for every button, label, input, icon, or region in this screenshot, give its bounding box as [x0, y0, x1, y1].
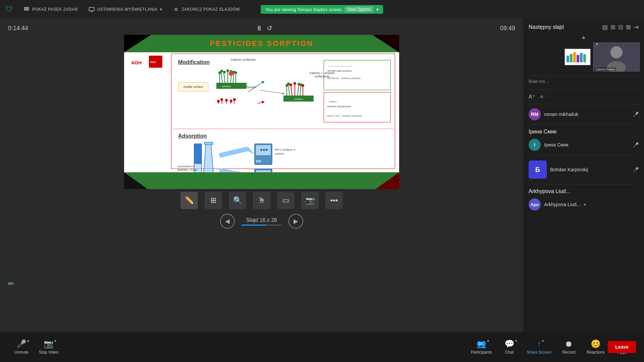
- camera-tool-button[interactable]: 📷: [301, 192, 319, 209]
- svg-line-42: [291, 85, 292, 96]
- svg-text:concentration of: concentration of: [177, 165, 194, 168]
- chat-icon: 💬▲: [504, 339, 515, 349]
- section-iryna: Ірина Смик: [527, 126, 640, 136]
- svg-point-34: [220, 98, 223, 101]
- reactions-button[interactable]: 😊 Reactions: [582, 332, 609, 362]
- top-bar: 🛡 POKAŻ PASEK ZADAŃ USTAWIENIA WYŚWIETLA…: [0, 0, 644, 19]
- reset-button[interactable]: ↺: [267, 24, 272, 32]
- slide-collapse-arrow[interactable]: ▲: [523, 34, 644, 41]
- monitor-icon: [89, 6, 95, 12]
- leave-button[interactable]: Leave: [608, 341, 636, 353]
- collapse-panel-button[interactable]: ⇥: [634, 23, 639, 31]
- right-panel-header: Następny slajd ▤ ⊞ ⊟ ⊠ ⇥: [523, 19, 644, 34]
- participant-mic-bohdan: 🎤: [633, 167, 639, 172]
- font-decrease-button[interactable]: A⁻: [540, 95, 545, 99]
- pen-tool-button[interactable]: ✏️: [180, 192, 198, 209]
- display-settings-button[interactable]: USTAWIENIA WYŚWIETLANIA ▾: [89, 6, 162, 12]
- participant-name-bohdan: Bohdan Karpinskij: [550, 167, 588, 172]
- participant-item[interactable]: RM roman mikhailuk 🎤: [527, 106, 640, 123]
- svg-rect-61: [194, 144, 202, 164]
- svg-line-12: [221, 72, 222, 83]
- stop-video-button[interactable]: 📷▲ Stop Video: [35, 332, 63, 362]
- participant-name-roman: roman mikhailuk: [544, 112, 578, 117]
- chat-button[interactable]: 💬▲ Chat: [496, 332, 523, 362]
- svg-rect-2: [24, 10, 29, 10]
- svg-text:surface: surface: [294, 98, 303, 101]
- grid-tool-button[interactable]: ⊞: [205, 192, 222, 209]
- svg-text:solution: solution: [275, 152, 284, 155]
- svg-point-25: [229, 71, 233, 76]
- svg-point-33: [217, 100, 220, 103]
- pause-button[interactable]: ⏸: [256, 24, 263, 32]
- slide-main-box: Modification Cationic surfactant Nonioni…: [171, 54, 395, 169]
- svg-text:pesticides – 4 mg/L: pesticides – 4 mg/L: [177, 169, 198, 171]
- participant-avatar-iryna: І: [529, 139, 541, 151]
- viewing-text: You are viewing Tomasz Bajda's screen: [265, 7, 342, 12]
- slide-footer-band: [124, 172, 399, 189]
- svg-text:HDTMA chain structure: HDTMA chain structure: [327, 70, 352, 72]
- view-list-icon[interactable]: ▤: [602, 23, 608, 31]
- unmute-button[interactable]: 🎤▲ Unmute: [8, 332, 35, 362]
- panel-view-controls: ▤ ⊞ ⊟ ⊠ ⇥: [602, 23, 639, 31]
- annotation-tool-button[interactable]: ✏: [8, 280, 20, 292]
- participant-video-roman[interactable]: 🎤 Саягла Роман: [593, 42, 640, 72]
- slide-thumbnail-1[interactable]: [564, 48, 591, 66]
- modification-section: Modification Cationic surfactant Nonioni…: [173, 55, 393, 129]
- participant-item-iryna[interactable]: І Ірина Смик 🎤: [527, 136, 640, 154]
- cationic-text: Cationic surfactant: [231, 58, 256, 61]
- header-tri-left: [124, 35, 151, 52]
- share-screen-button[interactable]: ↑▲ Share Screen: [523, 332, 555, 362]
- chat-label: Chat: [505, 350, 514, 355]
- svg-rect-9: [216, 83, 247, 89]
- participants-list: RM roman mikhailuk 🎤 Ірина Смик І Ірина …: [523, 106, 644, 332]
- svg-point-20: [223, 71, 226, 73]
- timer-controls: ⏸ ↺: [256, 24, 272, 32]
- participant-name-arkhypova: Arkhypova Liud...: [544, 202, 580, 207]
- divider-1: [527, 76, 640, 76]
- stop-video-icon: 📷▲: [44, 339, 54, 349]
- pointer-tool-button[interactable]: 🖱: [253, 192, 270, 209]
- prev-slide-button[interactable]: ◀: [220, 214, 235, 229]
- svg-text:~~~~~~~~~~~~~~~~~~: ~~~~~~~~~~~~~~~~~~: [327, 65, 352, 67]
- svg-line-44: [298, 85, 299, 96]
- exit-icon: [173, 6, 179, 12]
- divider-2: [527, 89, 640, 89]
- participants-button[interactable]: 👥 22 ▲ Participants: [467, 332, 496, 362]
- svg-point-71: [256, 160, 259, 163]
- view-options-chevron: ▾: [376, 7, 379, 12]
- elapsed-timer: 0:14:44: [8, 25, 28, 32]
- font-increase-button[interactable]: A⁺: [529, 94, 535, 100]
- svg-rect-3: [89, 7, 94, 11]
- notes-section: Brak not...: [523, 77, 644, 88]
- record-button[interactable]: ⏺ Record: [555, 332, 582, 362]
- header-tri-right: [372, 35, 399, 52]
- svg-text:HDTMA-Br – cationic surfactant: HDTMA-Br – cationic surfactant: [327, 77, 360, 79]
- notes-label: Brak not...: [529, 79, 639, 84]
- view-grid-icon[interactable]: ⊞: [610, 23, 615, 31]
- participant-chevron-arkhypova[interactable]: ▾: [584, 202, 586, 207]
- view-options-button[interactable]: View Options: [344, 6, 373, 12]
- svg-point-24: [234, 71, 237, 74]
- subtitles-tool-button[interactable]: ▭: [277, 192, 294, 209]
- adsorption-section: Adsorption: [173, 130, 393, 167]
- main-area: 0:14:44 ⏸ ↺ 09:49 PESTICIDES SORPTION: [0, 19, 523, 332]
- end-show-label: ZAKOŃCZ POKAZ SLAJDÓW: [182, 7, 240, 12]
- svg-rect-87: [580, 53, 583, 62]
- more-tool-button[interactable]: •••: [325, 192, 343, 209]
- agh-logo: AGH: [129, 55, 146, 68]
- unmute-icon: 🎤▲: [16, 339, 26, 349]
- slide-progress: [241, 225, 282, 226]
- end-show-button[interactable]: ZAKOŃCZ POKAZ SLAJDÓW: [173, 6, 240, 12]
- next-slide-button[interactable]: ▶: [288, 214, 303, 229]
- participant-item-bohdan[interactable]: Б Bohdan Karpinskij 🎤: [527, 157, 640, 183]
- view-tiles-icon[interactable]: ⊟: [618, 23, 623, 31]
- taskbar-button[interactable]: POKAŻ PASEK ZADAŃ: [23, 6, 78, 12]
- search-tool-button[interactable]: 🔍: [229, 192, 246, 209]
- participant-item-arkhypova[interactable]: Арх Arkhypova Liud... ▾: [527, 196, 640, 213]
- leave-label: Leave: [615, 344, 629, 350]
- slide-title: PESTICIDES SORPTION: [210, 39, 314, 48]
- view-more-icon[interactable]: ⊠: [626, 23, 631, 31]
- research-logo: RES.: [149, 56, 162, 68]
- divider-5: [531, 155, 636, 155]
- right-panel: Następny slajd ▤ ⊞ ⊟ ⊠ ⇥ ▲: [523, 19, 644, 332]
